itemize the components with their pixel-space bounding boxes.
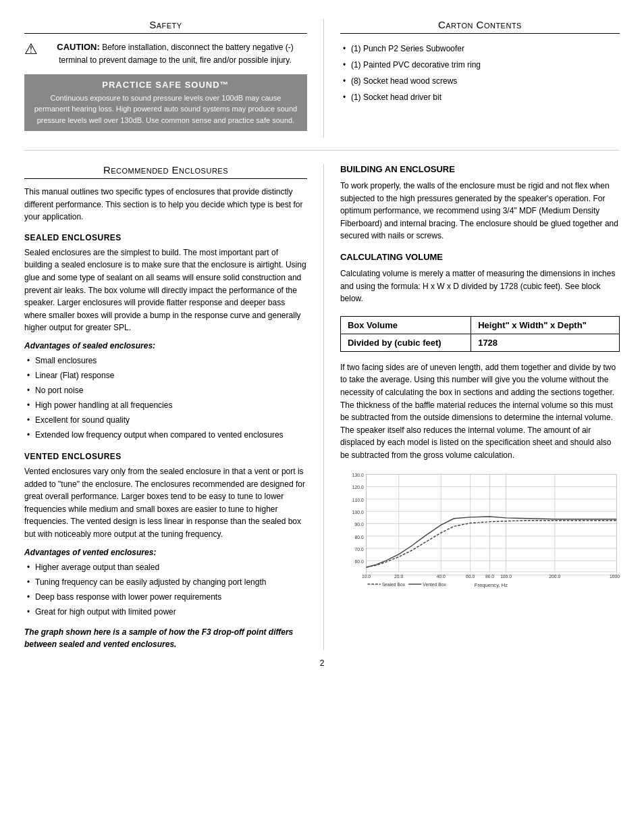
rec-enc-title: Recommended Enclosures	[24, 164, 307, 179]
carton-title: Carton Contents	[340, 19, 620, 34]
carton-item-3: (8) Socket head wood screws	[340, 73, 620, 89]
sealed-advantages-list: Small enclosures Linear (Flat) response …	[24, 353, 307, 442]
carton-list: (1) Punch P2 Series Subwoofer (1) Painte…	[340, 41, 620, 105]
svg-text:60.0: 60.0	[466, 574, 475, 579]
svg-text:Sealed Box: Sealed Box	[382, 581, 406, 586]
safety-title: Safety	[24, 19, 307, 34]
svg-rect-0	[366, 474, 616, 575]
table-col2-row1: Height" x Width" x Depth"	[471, 316, 620, 334]
carton-item-2: (1) Painted PVC decorative trim ring	[340, 57, 620, 73]
sealed-adv-5: Excellent for sound quality	[24, 413, 307, 427]
svg-text:90.0: 90.0	[354, 522, 363, 527]
graph-caption: The graph shown here is a sample of how …	[24, 626, 307, 650]
chart-container: 130.0 120.0 110.0 100.0 90.0 80.0 70.0 6…	[340, 469, 620, 599]
svg-text:Frequency, Hz: Frequency, Hz	[475, 581, 508, 588]
calculating-body1: Calculating volume is merely a matter of…	[340, 267, 620, 305]
building-body: To work properly, the walls of the enclo…	[340, 180, 620, 242]
building-heading: Building an Enclosure	[340, 164, 620, 174]
table-col2-row2: 1728	[471, 334, 620, 351]
caution-icon: ⚠	[24, 42, 38, 57]
vented-adv-3: Deep bass response with lower power requ…	[24, 590, 307, 604]
svg-text:130.0: 130.0	[352, 473, 364, 477]
svg-text:100.0: 100.0	[500, 574, 512, 579]
caution-text: CAUTION: Before installation, disconnect…	[43, 41, 307, 66]
frequency-chart: 130.0 120.0 110.0 100.0 90.0 80.0 70.0 6…	[340, 469, 620, 597]
caution-label: CAUTION:	[57, 42, 100, 52]
practice-safe-title: Practice Safe Sound™	[32, 80, 299, 90]
page-number: 2	[24, 658, 620, 668]
carton-section: Carton Contents (1) Punch P2 Series Subw…	[324, 19, 620, 138]
vented-adv-4: Great for high output with limited power	[24, 604, 307, 619]
sealed-adv-6: Extended low frequency output when compa…	[24, 427, 307, 442]
svg-text:80.0: 80.0	[485, 574, 494, 579]
practice-safe-body: Continuous exposure to sound pressure le…	[32, 93, 299, 126]
practice-safe-block: Practice Safe Sound™ Continuous exposure…	[24, 74, 307, 132]
sealed-adv-1: Small enclosures	[24, 353, 307, 368]
vented-advantages-label: Advantages of vented enclosures:	[24, 548, 307, 557]
carton-item-1: (1) Punch P2 Series Subwoofer	[340, 41, 620, 57]
svg-text:Vented Box: Vented Box	[423, 581, 446, 586]
table-col1-row2: Divided by (cubic feet)	[340, 334, 471, 351]
svg-text:70.0: 70.0	[354, 546, 363, 551]
volume-table: Box Volume Height" x Width" x Depth" Div…	[340, 316, 620, 352]
right-content: Building an Enclosure To work properly, …	[324, 164, 620, 650]
svg-text:40.0: 40.0	[437, 574, 446, 579]
page: Safety ⚠ CAUTION: Before installation, d…	[0, 0, 644, 834]
rec-enc-section: Recommended Enclosures This manual outli…	[24, 164, 324, 650]
sealed-heading: Sealed Enclosures	[24, 233, 307, 242]
sealed-body: Sealed enclosures are the simplest to bu…	[24, 246, 307, 334]
svg-text:200.0: 200.0	[549, 574, 560, 579]
carton-item-4: (1) Socket head driver bit	[340, 89, 620, 105]
vented-body: Vented enclosures vary only from the sea…	[24, 465, 307, 541]
sealed-adv-3: No port noise	[24, 383, 307, 398]
svg-text:60.0: 60.0	[354, 559, 363, 564]
caution-block: ⚠ CAUTION: Before installation, disconne…	[24, 41, 307, 66]
top-section: Safety ⚠ CAUTION: Before installation, d…	[24, 19, 620, 151]
sealed-adv-4: High power handling at all frequencies	[24, 398, 307, 413]
svg-text:100.0: 100.0	[352, 510, 364, 515]
vented-adv-1: Higher average output than sealed	[24, 560, 307, 575]
svg-text:10.0: 10.0	[362, 574, 371, 579]
svg-text:80.0: 80.0	[354, 534, 363, 539]
sealed-advantages-label: Advantages of sealed enclosures:	[24, 341, 307, 350]
calculating-heading: Calculating Volume	[340, 252, 620, 262]
vented-advantages-list: Higher average output than sealed Tuning…	[24, 560, 307, 619]
rec-enc-intro: This manual outlines two specific types …	[24, 186, 307, 224]
bottom-section: Recommended Enclosures This manual outli…	[24, 164, 620, 650]
svg-text:1000.0: 1000.0	[610, 574, 620, 579]
sealed-adv-2: Linear (Flat) response	[24, 368, 307, 383]
svg-text:20.0: 20.0	[394, 574, 403, 579]
vented-heading: Vented Enclosures	[24, 452, 307, 461]
safety-section: Safety ⚠ CAUTION: Before installation, d…	[24, 19, 324, 138]
svg-text:110.0: 110.0	[352, 497, 364, 502]
table-col1-row1: Box Volume	[340, 316, 471, 334]
vented-adv-2: Tuning frequency can be easily adjusted …	[24, 575, 307, 590]
svg-text:120.0: 120.0	[352, 485, 364, 490]
calculating-body2: If two facing sides are of uneven length…	[340, 361, 620, 462]
